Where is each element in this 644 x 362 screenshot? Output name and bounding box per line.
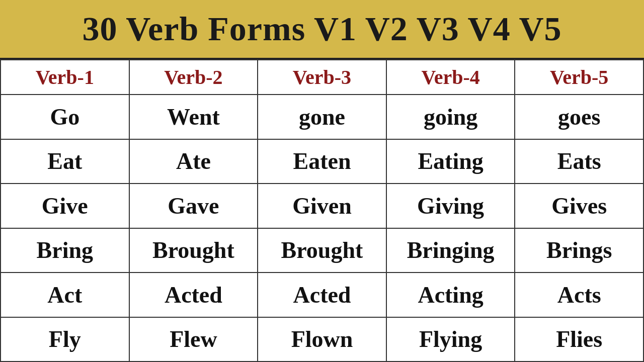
col-header-v4: Verb-4 xyxy=(386,60,515,95)
table-cell: Went xyxy=(129,95,258,139)
page-title: 30 Verb Forms V1 V2 V3 V4 V5 xyxy=(5,9,639,49)
table-cell: Gave xyxy=(129,184,258,228)
table-cell: Give xyxy=(1,184,129,228)
col-header-v5: Verb-5 xyxy=(515,60,643,95)
table-cell: Acted xyxy=(258,273,386,317)
table-cell: Brings xyxy=(515,228,643,273)
header-row: Verb-1 Verb-2 Verb-3 Verb-4 Verb-5 xyxy=(1,60,643,95)
table-cell: Eat xyxy=(1,139,129,184)
table-row: GiveGaveGivenGivingGives xyxy=(1,184,643,228)
col-header-v3: Verb-3 xyxy=(258,60,386,95)
table-cell: Eats xyxy=(515,139,643,184)
table-cell: Eating xyxy=(386,139,515,184)
table-cell: Eaten xyxy=(258,139,386,184)
table-cell: going xyxy=(386,95,515,139)
table-cell: Acted xyxy=(129,273,258,317)
table-cell: Gives xyxy=(515,184,643,228)
table-row: BringBroughtBroughtBringingBrings xyxy=(1,228,643,273)
table-cell: Act xyxy=(1,273,129,317)
table-cell: Brought xyxy=(129,228,258,273)
table-cell: Bring xyxy=(1,228,129,273)
table-header: Verb-1 Verb-2 Verb-3 Verb-4 Verb-5 xyxy=(1,60,643,95)
table-container: Verb-1 Verb-2 Verb-3 Verb-4 Verb-5 GoWen… xyxy=(0,59,644,362)
table-cell: Given xyxy=(258,184,386,228)
table-cell: Flying xyxy=(386,317,515,362)
table-body: GoWentgonegoinggoesEatAteEatenEatingEats… xyxy=(1,95,643,361)
table-cell: Ate xyxy=(129,139,258,184)
table-cell: Go xyxy=(1,95,129,139)
table-row: EatAteEatenEatingEats xyxy=(1,139,643,184)
col-header-v1: Verb-1 xyxy=(1,60,129,95)
table-cell: gone xyxy=(258,95,386,139)
page-wrapper: 30 Verb Forms V1 V2 V3 V4 V5 Verb-1 Verb… xyxy=(0,0,644,362)
page-header: 30 Verb Forms V1 V2 V3 V4 V5 xyxy=(0,0,644,59)
table-cell: Flew xyxy=(129,317,258,362)
table-cell: Flown xyxy=(258,317,386,362)
table-cell: Giving xyxy=(386,184,515,228)
table-cell: Fly xyxy=(1,317,129,362)
table-row: ActActedActedActingActs xyxy=(1,273,643,317)
col-header-v2: Verb-2 xyxy=(129,60,258,95)
table-cell: Acts xyxy=(515,273,643,317)
table-cell: Brought xyxy=(258,228,386,273)
verb-forms-table: Verb-1 Verb-2 Verb-3 Verb-4 Verb-5 GoWen… xyxy=(0,59,644,362)
table-row: FlyFlewFlownFlyingFlies xyxy=(1,317,643,362)
table-row: GoWentgonegoinggoes xyxy=(1,95,643,139)
table-cell: Flies xyxy=(515,317,643,362)
table-cell: Acting xyxy=(386,273,515,317)
table-cell: Bringing xyxy=(386,228,515,273)
table-cell: goes xyxy=(515,95,643,139)
